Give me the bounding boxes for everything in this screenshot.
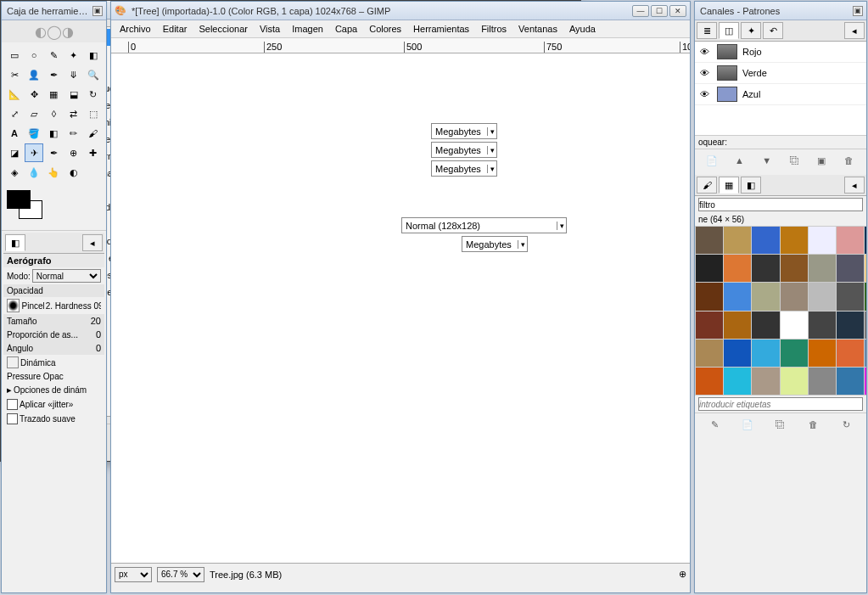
ruler-horizontal[interactable]: 0 250 500 750 1000 (111, 38, 690, 53)
pattern-item[interactable] (865, 312, 866, 339)
layers-tab-icon[interactable]: ≣ (697, 22, 717, 39)
expand-icon[interactable]: ▸ (7, 385, 12, 396)
blur-tool[interactable]: 💧 (25, 163, 43, 182)
pattern-item[interactable] (781, 283, 808, 310)
menu-seleccionar[interactable]: Seleccionar (193, 22, 252, 36)
bucket-tool[interactable]: 🪣 (25, 124, 43, 143)
measure-tool[interactable]: 📐 (5, 85, 24, 104)
menu-herramientas[interactable]: Herramientas (408, 22, 474, 36)
mode-select[interactable]: Normal (32, 269, 101, 283)
tab-menu-icon[interactable]: ◂ (844, 177, 865, 194)
text-tool[interactable]: A (5, 124, 24, 143)
toolbox-titlebar[interactable]: Caja de herramient... ▣ (2, 2, 106, 20)
scissors-tool[interactable]: ✂ (5, 65, 24, 84)
perspective-clone-tool[interactable]: ◈ (5, 163, 24, 182)
pattern-item[interactable] (809, 255, 836, 282)
image-titlebar[interactable]: 🎨 *[Tree] (importada)-1.0 (Color RGB, 1 … (111, 2, 690, 20)
pattern-item[interactable] (809, 227, 836, 254)
pattern-item[interactable] (781, 227, 808, 254)
channel-row-green[interactable]: 👁 Verde (695, 63, 866, 84)
pattern-item[interactable] (837, 227, 864, 254)
pencil-tool[interactable]: ✏ (64, 124, 83, 143)
blend-tool[interactable]: ◧ (44, 124, 63, 143)
eye-icon[interactable]: 👁 (700, 68, 712, 78)
new-pattern-icon[interactable]: 📄 (740, 417, 755, 432)
pattern-item[interactable] (724, 283, 751, 310)
thumb-max-unit[interactable]: Megabytes (462, 236, 528, 252)
pattern-item[interactable] (781, 312, 808, 339)
pattern-item[interactable] (696, 227, 723, 254)
pattern-item[interactable] (752, 340, 779, 367)
pattern-item[interactable] (781, 255, 808, 282)
max-new-unit[interactable]: Megabytes (431, 160, 497, 177)
pattern-item[interactable] (724, 368, 751, 395)
to-selection-icon[interactable]: ▣ (814, 153, 829, 168)
pattern-item[interactable] (696, 340, 723, 367)
ink-tool[interactable]: ✒ (44, 143, 63, 162)
pattern-item[interactable] (865, 340, 866, 367)
perspective-tool[interactable]: ◊ (44, 104, 63, 123)
undo-tab-icon[interactable]: ↶ (763, 22, 783, 39)
pattern-item[interactable] (752, 368, 779, 395)
pattern-item[interactable] (865, 255, 866, 282)
refresh-icon[interactable]: ↻ (839, 417, 854, 432)
dynamic-icon[interactable] (7, 356, 19, 368)
pattern-item[interactable] (724, 255, 751, 282)
ellipse-select-tool[interactable]: ○ (25, 46, 43, 65)
menu-editar[interactable]: Editar (158, 22, 193, 36)
menu-colores[interactable]: Colores (364, 22, 406, 36)
crop-tool[interactable]: ⬓ (64, 85, 83, 104)
menu-filtros[interactable]: Filtros (476, 22, 512, 36)
rotate-tool[interactable]: ↻ (84, 85, 103, 104)
pattern-item[interactable] (696, 255, 723, 282)
pattern-item[interactable] (865, 368, 866, 395)
move-tool[interactable]: ✥ (25, 85, 43, 104)
paintbrush-tool[interactable]: 🖌 (84, 124, 103, 143)
pattern-item[interactable] (837, 312, 864, 339)
airbrush-tool[interactable]: ✈ (25, 143, 43, 162)
pattern-item[interactable] (724, 340, 751, 367)
cage-tool[interactable]: ⬚ (84, 104, 103, 123)
menu-vista[interactable]: Vista (255, 22, 285, 36)
pattern-item[interactable] (865, 283, 866, 310)
fuzzy-select-tool[interactable]: ✦ (64, 46, 83, 65)
delete-pattern-icon[interactable]: 🗑 (806, 417, 821, 432)
color-select-tool[interactable]: ◧ (84, 46, 103, 65)
rect-select-tool[interactable]: ▭ (5, 46, 24, 65)
align-tool[interactable]: ▦ (44, 85, 63, 104)
channels-titlebar[interactable]: Canales - Patrones ▣ (695, 2, 866, 20)
channels-tab-icon[interactable]: ◫ (719, 22, 739, 39)
eye-icon[interactable]: 👁 (700, 89, 712, 99)
pattern-item[interactable] (865, 227, 866, 254)
pattern-item[interactable] (752, 283, 779, 310)
pattern-item[interactable] (724, 227, 751, 254)
canvas[interactable] (111, 53, 690, 563)
eye-icon[interactable]: 👁 (700, 47, 712, 57)
flip-tool[interactable]: ⇄ (64, 104, 83, 123)
options-menu-icon[interactable]: ◂ (82, 234, 103, 251)
pattern-item[interactable] (837, 255, 864, 282)
tags-input[interactable] (698, 397, 863, 411)
dock-close-icon[interactable]: ▣ (92, 6, 103, 16)
channel-row-blue[interactable]: 👁 Azul (695, 84, 866, 105)
foreground-tool[interactable]: 👤 (25, 65, 43, 84)
tab-menu-icon[interactable]: ◂ (844, 22, 865, 39)
unit-select[interactable]: px (115, 567, 152, 582)
channel-row-red[interactable]: 👁 Rojo (695, 42, 866, 63)
pattern-item[interactable] (837, 283, 864, 310)
color-swatches[interactable] (5, 188, 103, 227)
close-button[interactable]: ✕ (669, 5, 686, 17)
foreground-swatch[interactable] (7, 190, 31, 209)
duplicate-icon[interactable]: ⿻ (787, 153, 802, 168)
paths-tab-icon[interactable]: ✦ (741, 22, 761, 39)
pattern-item[interactable] (696, 283, 723, 310)
smudge-tool[interactable]: 👆 (44, 163, 63, 182)
nav-icon[interactable]: ⊕ (679, 569, 686, 580)
zoom-select[interactable]: 66.7 % (157, 567, 204, 582)
brush-preview-icon[interactable] (7, 299, 20, 312)
pattern-item[interactable] (809, 283, 836, 310)
edit-pattern-icon[interactable]: ✎ (707, 417, 722, 432)
free-select-tool[interactable]: ✎ (44, 46, 63, 65)
options-tab[interactable]: ◧ (5, 234, 25, 251)
jitter-checkbox[interactable] (7, 399, 18, 410)
